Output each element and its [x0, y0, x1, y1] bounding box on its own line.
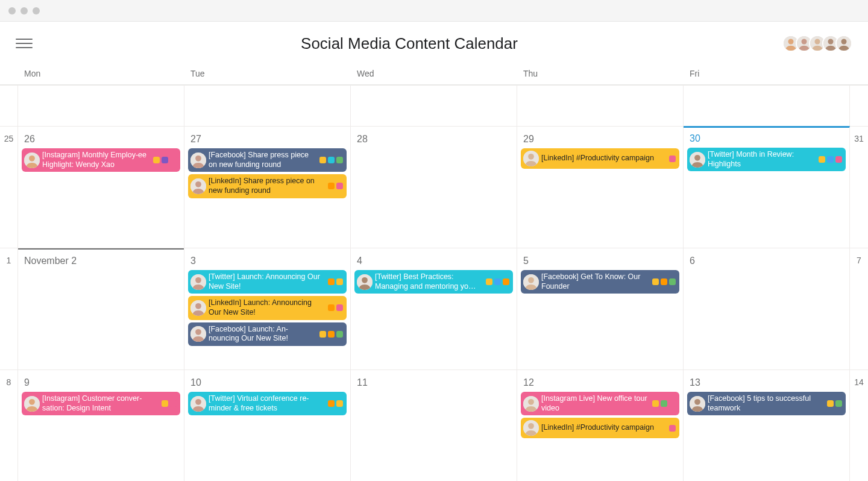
calendar-cell[interactable]	[18, 85, 184, 126]
assignee-avatar	[24, 152, 40, 168]
svg-point-7	[828, 39, 834, 45]
traffic-zoom[interactable]	[33, 7, 40, 14]
tag-orange	[503, 278, 509, 285]
tag-green	[336, 331, 343, 338]
tag-orange	[328, 400, 335, 407]
calendar-cell[interactable]	[184, 85, 351, 126]
calendar-cell[interactable]: 6	[684, 248, 850, 369]
calendar-cell[interactable]: 11	[351, 369, 517, 481]
calendar-cell[interactable]	[517, 85, 684, 126]
day-number: 6	[687, 256, 846, 266]
app-header: Social Media Content Calendar	[0, 22, 868, 65]
calendar-cell[interactable]: 12[Instagram Live] New office tour video…	[517, 369, 684, 481]
task-card[interactable]: [Twitter] Best Practices: Managing and m…	[354, 270, 513, 294]
calendar-cell[interactable]: 5[Facebook] Get To Know: Our Founder	[517, 248, 684, 369]
calendar-cell[interactable]: 30[Twitter] Month in Review: Highlights	[684, 126, 850, 248]
task-tags	[652, 278, 676, 285]
gutter-day-number: 8	[0, 377, 17, 387]
calendar-cell[interactable]: 4[Twitter] Best Practices: Managing and …	[351, 248, 517, 369]
day-number: 4	[354, 256, 513, 266]
tag-yellow	[819, 156, 825, 163]
calendar-cell[interactable]	[351, 85, 517, 126]
task-card[interactable]: [LinkedIn] #Productivity campaign	[521, 148, 679, 169]
svg-point-11	[29, 156, 35, 162]
day-number: 29	[521, 134, 679, 145]
task-card[interactable]: [Instagram] Customer conver-sation: Desi…	[22, 392, 180, 415]
task-title: [LinkedIn] Launch: Announcing Our New Si…	[209, 298, 326, 317]
svg-point-29	[528, 277, 534, 283]
task-title: [Facebook] 5 tips to successful teamwork	[708, 394, 825, 413]
calendar-cell[interactable]: 26[Instagram] Monthly Employ-ee Highligh…	[18, 126, 184, 248]
tag-green	[661, 400, 667, 407]
traffic-close[interactable]	[8, 7, 16, 14]
svg-point-19	[694, 155, 700, 161]
task-card[interactable]: [Twitter] Launch: Announcing Our New Sit…	[188, 270, 347, 294]
svg-point-27	[362, 277, 368, 283]
tag-orange	[661, 278, 667, 285]
task-tags	[328, 183, 343, 189]
calendar-cell[interactable]: 29[LinkedIn] #Productivity campaign	[517, 126, 684, 248]
tag-green	[835, 400, 842, 407]
tag-yellow	[153, 157, 160, 163]
tag-pink	[835, 156, 842, 163]
calendar-cell[interactable]: 28	[351, 126, 517, 248]
calendar-cell[interactable]: November 2	[18, 248, 184, 369]
tag-orange	[328, 331, 335, 338]
day-number: 10	[188, 377, 347, 388]
task-card[interactable]: [Instagram Live] New office tour video	[521, 392, 679, 415]
gutter-day-number: 14	[850, 377, 868, 387]
task-card[interactable]: [LinkedIn] Launch: Announcing Our New Si…	[188, 296, 347, 319]
tag-pink	[336, 304, 343, 311]
task-card[interactable]: [Facebook] 5 tips to successful teamwork	[687, 392, 846, 415]
tag-yellow	[652, 400, 659, 407]
calendar-cell[interactable]: 10[Twitter] Virtual conference re-minder…	[184, 369, 351, 481]
tag-yellow	[336, 400, 343, 407]
calendar-cell[interactable]: 13[Facebook] 5 tips to successful teamwo…	[684, 369, 850, 481]
task-title: [Twitter] Launch: Announcing Our New Sit…	[209, 272, 326, 291]
day-number: 28	[354, 134, 513, 145]
task-tags	[328, 400, 343, 407]
weekday-label: Thu	[517, 65, 684, 84]
task-card[interactable]: [Facebook] Share press piece on new fund…	[188, 148, 347, 172]
task-title: [Instagram] Monthly Employ-ee Highlight:…	[42, 151, 151, 169]
day-number: 9	[22, 377, 180, 388]
tag-pink	[669, 156, 676, 162]
task-card[interactable]: [Twitter] Month in Review: Highlights	[687, 148, 846, 171]
day-number: 5	[521, 256, 679, 266]
day-number: 12	[521, 377, 679, 388]
task-title: [Facebook] Get To Know: Our Founder	[541, 272, 650, 291]
avatar[interactable]	[835, 35, 852, 52]
weekday-label: Mon	[18, 65, 184, 84]
svg-point-17	[528, 154, 534, 160]
task-card[interactable]: [LinkedIn] Share press piece on new fund…	[188, 174, 347, 198]
svg-point-21	[195, 277, 201, 283]
calendar-cell[interactable]: 9[Instagram] Customer conver-sation: Des…	[18, 369, 184, 481]
tag-yellow	[486, 278, 492, 285]
calendar-cell[interactable]: 27[Facebook] Share press piece on new fu…	[184, 126, 351, 248]
task-card[interactable]: [LinkedIn] #Productivity campaign	[521, 418, 679, 438]
task-tags	[669, 156, 676, 162]
day-number: 11	[354, 377, 513, 388]
calendar-cell[interactable]: 3[Twitter] Launch: Announcing Our New Si…	[184, 248, 351, 369]
tag-pink	[669, 425, 676, 432]
calendar-cell[interactable]	[684, 85, 850, 126]
task-title: [LinkedIn] #Productivity campaign	[541, 423, 667, 433]
tag-blue	[827, 156, 834, 163]
svg-point-1	[788, 39, 794, 45]
traffic-minimize[interactable]	[20, 7, 28, 14]
task-tags	[319, 157, 343, 163]
header-avatars[interactable]	[786, 35, 852, 52]
assignee-avatar	[190, 152, 206, 168]
svg-point-25	[195, 329, 201, 335]
task-card[interactable]: [Facebook] Launch: An-nouncing Our New S…	[188, 322, 347, 346]
menu-icon[interactable]	[16, 35, 33, 52]
task-tags	[319, 331, 343, 338]
task-card[interactable]: [Facebook] Get To Know: Our Founder	[521, 270, 679, 294]
task-card[interactable]: [Twitter] Virtual conference re-minder &…	[188, 392, 347, 415]
assignee-avatar	[523, 396, 539, 412]
gutter-day: 8	[0, 369, 18, 481]
svg-point-3	[802, 39, 807, 45]
task-card[interactable]: [Instagram] Monthly Employ-ee Highlight:…	[22, 148, 180, 172]
assignee-avatar	[523, 151, 539, 166]
task-title: [Twitter] Virtual conference re-minder &…	[209, 394, 326, 413]
